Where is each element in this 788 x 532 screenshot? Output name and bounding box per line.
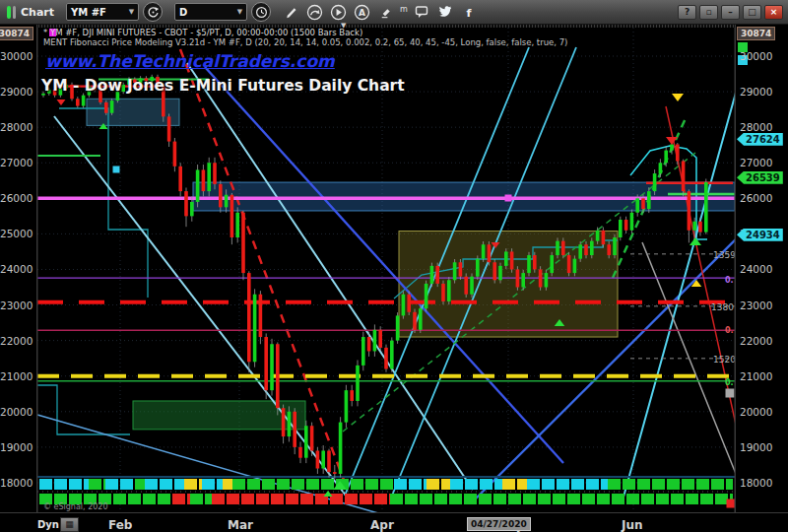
right-price-axis: 3000029000280002700026000250002400023000…: [735, 25, 788, 512]
time-template-grid-button[interactable]: ▦: [60, 517, 79, 532]
month-label: Apr: [370, 518, 394, 532]
price-tick-label: 23000: [0, 299, 33, 311]
time-axis: Dyn ▦ FebMarAprMayJun04/27/2020: [0, 512, 788, 532]
svg-text:0.: 0.: [725, 326, 734, 335]
dyn-label[interactable]: Dyn: [37, 519, 59, 530]
watermark-site-link: www.TheTechnicalTraders.com: [45, 51, 335, 71]
study-parameters-title: MENT Fibonacci Price Modeling V3.21d - Y…: [43, 37, 567, 47]
svg-text:0.: 0.: [725, 276, 734, 285]
date-badge: 04/27/2020: [467, 517, 531, 531]
svg-text:0.: 0.: [725, 378, 734, 387]
price-badge: 27624: [737, 133, 783, 146]
esignal-copyright: © eSignal, 2020: [43, 502, 107, 511]
price-badge: 24934: [737, 229, 783, 241]
price-badge-left: 30874: [0, 27, 33, 40]
indicator-bands-layer: [37, 476, 735, 504]
price-tick-label: 20000: [740, 406, 772, 418]
price-tick-label: 26000: [740, 192, 772, 204]
price-tick-label: 27000: [0, 157, 33, 168]
month-label: Mar: [228, 518, 253, 532]
price-tick-label: 29000: [740, 86, 772, 98]
price-badge: 30874: [737, 27, 775, 40]
price-tick-label: 20000: [0, 406, 33, 418]
price-tick-label: 19000: [740, 441, 772, 453]
svg-text:1359: 1359: [713, 250, 736, 260]
price-tick-label: 29000: [0, 86, 33, 98]
price-tick-label: 27000: [740, 157, 772, 168]
price-tick-label: 21000: [0, 370, 33, 382]
price-tick-label: 18000: [740, 477, 772, 489]
price-tick-label: 28000: [740, 121, 772, 133]
price-tick-label: 30000: [740, 50, 772, 62]
svg-text:1380: 1380: [711, 302, 734, 312]
price-tick-label: 21000: [740, 370, 772, 382]
svg-text:1520: 1520: [713, 355, 736, 365]
month-label: Feb: [108, 518, 132, 532]
price-tick-label: 25000: [0, 228, 33, 239]
watermark-caption: YM - Dow Jones E-Mini Futures Daily Char…: [41, 77, 405, 95]
chart-symbol-title: * YM #F, DJI MINI FUTURES - CBOT - $5/PT…: [43, 28, 362, 37]
price-tick-label: 26000: [0, 192, 33, 204]
price-tick-label: 18000: [0, 477, 33, 489]
price-tick-label: 22000: [0, 335, 33, 347]
price-tick-label: 24000: [0, 263, 33, 275]
left-price-axis: 3000029000280002700026000250002400023000…: [0, 25, 37, 512]
price-badge: 26539: [737, 171, 783, 184]
price-tick-label: 30000: [0, 50, 33, 62]
price-tick-label: 19000: [0, 441, 33, 453]
price-tick-label: 28000: [0, 121, 33, 133]
chart-window: Chart YM #F ▼ D ▼: [0, 0, 788, 532]
price-tick-label: 23000: [740, 299, 772, 311]
month-label: Jun: [622, 518, 643, 532]
zone-boxes-layer: [87, 99, 735, 430]
price-tick-label: 22000: [740, 335, 772, 347]
price-tick-label: 24000: [740, 263, 772, 275]
